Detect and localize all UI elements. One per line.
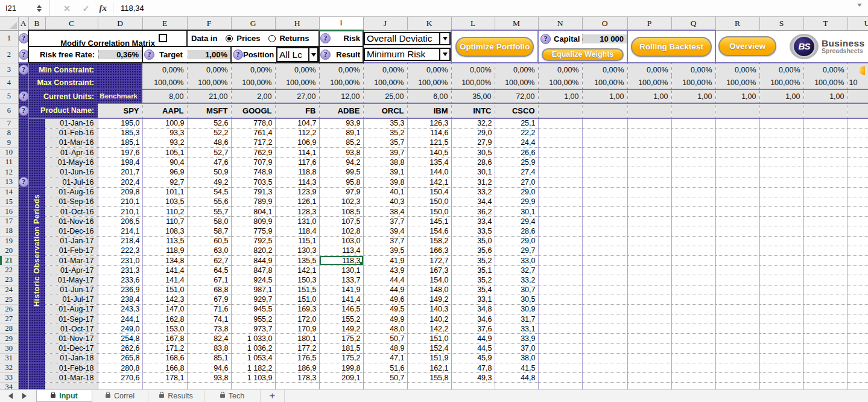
cell[interactable]: 97,9	[319, 187, 363, 197]
cell[interactable]: 151,0	[407, 334, 451, 343]
cell[interactable]	[538, 177, 582, 187]
help-icon[interactable]: ?	[320, 49, 331, 60]
cell[interactable]: 1 053,4	[231, 353, 275, 363]
min-constraint-cell[interactable]: 0,00%	[803, 63, 847, 76]
cell[interactable]: 1 036,2	[231, 343, 275, 353]
cell[interactable]: 35,6	[451, 246, 495, 255]
cell[interactable]	[671, 138, 715, 147]
name-box-spinner[interactable]	[35, 3, 43, 14]
min-constraint-cell[interactable]: 0,00%	[495, 63, 538, 76]
cell[interactable]	[715, 118, 759, 128]
help-icon[interactable]: ?	[19, 65, 29, 75]
row-header[interactable]: 17	[0, 217, 18, 226]
cell[interactable]	[803, 197, 847, 206]
cell[interactable]: 40,3	[363, 197, 407, 206]
cell[interactable]	[715, 314, 759, 324]
cell[interactable]: 47,8	[451, 363, 495, 373]
row-header[interactable]: 21	[0, 255, 18, 265]
cell[interactable]: 62,7	[187, 255, 231, 265]
cell[interactable]	[671, 118, 715, 128]
max-constraint-cell[interactable]: 100,00%	[538, 76, 582, 89]
cell[interactable]	[582, 226, 627, 236]
cell[interactable]: 26,6	[495, 148, 538, 158]
cell[interactable]	[627, 314, 671, 324]
cell[interactable]	[715, 246, 759, 255]
column-header-P[interactable]: P	[627, 17, 671, 30]
cell[interactable]	[715, 343, 759, 353]
current-units-cell[interactable]: 1,00	[538, 89, 582, 103]
cell[interactable]: 93,8	[187, 373, 231, 383]
cell[interactable]: 55,6	[187, 197, 231, 206]
cell[interactable]	[18, 304, 28, 314]
cell[interactable]: 128,3	[275, 207, 319, 217]
cell[interactable]	[627, 255, 671, 265]
formula-input[interactable]: 118,34	[121, 4, 144, 13]
cell[interactable]: 103,5	[142, 197, 187, 206]
cell[interactable]	[18, 324, 28, 334]
cell[interactable]: 167,8	[142, 334, 187, 343]
cell[interactable]	[671, 275, 715, 285]
cell[interactable]	[715, 373, 759, 383]
cell[interactable]: 166,3	[407, 246, 451, 255]
cell[interactable]	[627, 118, 671, 128]
cell[interactable]	[715, 236, 759, 246]
cell[interactable]	[847, 236, 868, 246]
column-header-L[interactable]: L	[451, 17, 495, 30]
enter-icon[interactable]: ✓	[83, 4, 90, 13]
current-units-cell[interactable]: 21,00	[187, 89, 231, 103]
cell[interactable]	[18, 373, 28, 383]
cell[interactable]: 94,2	[319, 158, 363, 167]
cell[interactable]: 41,5	[495, 363, 538, 373]
cell[interactable]	[715, 158, 759, 167]
cell[interactable]	[671, 187, 715, 197]
cell[interactable]	[847, 295, 868, 304]
cell[interactable]: 142,1	[407, 177, 451, 187]
cell[interactable]: 37,6	[451, 324, 495, 334]
date-cell[interactable]: 01-Mar-17	[45, 255, 98, 265]
cell[interactable]	[847, 197, 868, 206]
cell[interactable]: 93,9	[319, 118, 363, 128]
cell[interactable]	[847, 226, 868, 236]
cell[interactable]: 155,2	[319, 314, 363, 324]
cell[interactable]	[803, 226, 847, 236]
date-cell[interactable]: 01-Jul-17	[45, 295, 98, 304]
cell[interactable]: 102,8	[319, 226, 363, 236]
date-cell[interactable]: 01-May-17	[45, 275, 98, 285]
date-cell[interactable]: 01-Jan-18	[45, 353, 98, 363]
cell[interactable]: 929,7	[231, 295, 275, 304]
cell[interactable]	[715, 255, 759, 265]
row-header[interactable]: 5	[0, 89, 18, 103]
cell[interactable]	[18, 285, 28, 295]
date-cell[interactable]: 01-Jan-17	[45, 236, 98, 246]
cell[interactable]: 130,3	[275, 246, 319, 255]
date-cell[interactable]: 01-Nov-17	[45, 334, 98, 343]
cell[interactable]	[715, 383, 759, 389]
cell[interactable]	[627, 285, 671, 295]
date-cell[interactable]: 01-Apr-16	[45, 148, 98, 158]
cell[interactable]	[18, 334, 28, 343]
cell[interactable]	[18, 314, 28, 324]
cell[interactable]	[582, 138, 627, 147]
cell[interactable]	[18, 275, 28, 285]
cell[interactable]	[18, 167, 28, 177]
cell[interactable]: 791,3	[231, 187, 275, 197]
cell[interactable]	[847, 177, 868, 187]
help-icon[interactable]: ?	[320, 33, 331, 43]
date-cell[interactable]: 01-Sep-16	[45, 197, 98, 206]
cell[interactable]: 104,7	[275, 118, 319, 128]
cell[interactable]	[582, 266, 627, 275]
cell[interactable]: 103,0	[319, 236, 363, 246]
cell[interactable]: 233,6	[98, 275, 142, 285]
cell[interactable]: 135,4	[407, 158, 451, 167]
cell[interactable]	[759, 324, 803, 334]
cell[interactable]: 168,6	[142, 353, 187, 363]
column-header-M[interactable]: M	[495, 17, 538, 30]
cell[interactable]: 231,3	[98, 266, 142, 275]
row-header[interactable]: 9	[0, 138, 18, 147]
cell[interactable]: 158,2	[407, 236, 451, 246]
cell[interactable]: 47,1	[363, 353, 407, 363]
cell[interactable]	[759, 128, 803, 138]
cell[interactable]	[627, 275, 671, 285]
cell[interactable]: 792,5	[231, 236, 275, 246]
cell[interactable]: 820,2	[231, 246, 275, 255]
